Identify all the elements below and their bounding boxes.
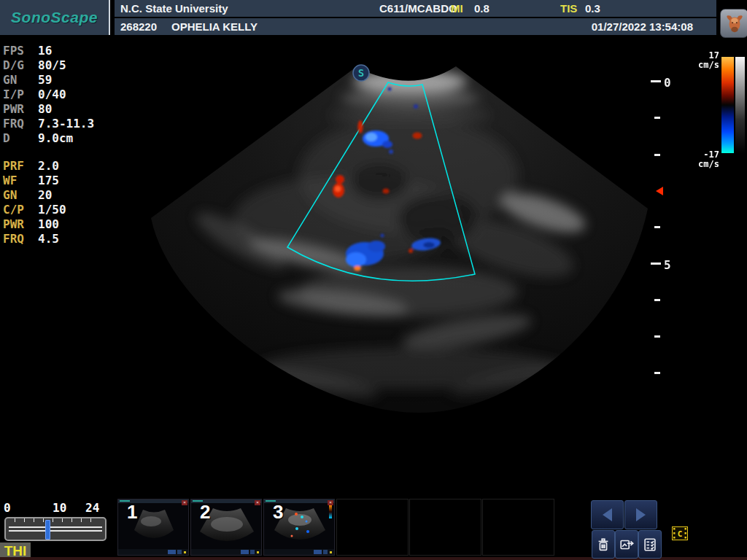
param-row: FRQ4.5 xyxy=(3,232,112,246)
cine-tick-label: 24 xyxy=(85,501,99,515)
svg-text:cm/s: cm/s xyxy=(698,159,719,169)
param-row: D/G80/5 xyxy=(3,58,112,73)
thumbnail-3[interactable]: 3 × xyxy=(263,499,335,556)
param-row: PRF2.0 xyxy=(3,159,112,174)
worklist-button[interactable] xyxy=(638,530,662,559)
patient-id: 268220 xyxy=(120,20,157,33)
svg-text:S: S xyxy=(358,67,364,79)
institution-name: N.C. State University xyxy=(120,2,228,15)
svg-text:cm/s: cm/s xyxy=(698,60,719,70)
mi-label: MI xyxy=(451,2,463,15)
param-row: WF175 xyxy=(3,174,112,188)
svg-text:5: 5 xyxy=(664,258,671,272)
thumbnail-close-icon[interactable]: × xyxy=(255,500,260,505)
orientation-marker: S xyxy=(353,65,369,81)
param-row: GN59 xyxy=(3,73,112,88)
svg-text:C: C xyxy=(678,529,683,539)
header-row-1: N.C. State University C611/MCABDO MI 0.8… xyxy=(115,0,716,17)
param-row: PWR80 xyxy=(3,102,112,117)
arrow-left-icon xyxy=(603,508,612,521)
param-row: PWR100 xyxy=(3,217,112,232)
thumbnail-2[interactable]: 2 × xyxy=(190,499,262,556)
trash-icon xyxy=(595,536,611,553)
exam-datetime: 01/27/2022 13:54:08 xyxy=(592,20,693,33)
svg-text:-17: -17 xyxy=(703,149,719,160)
bmode-parameters: FPS16 D/G80/5 GN59 I/P0/40 PWR80 FRQ7.3-… xyxy=(3,44,112,146)
color-scale-bar: 17 cm/s -17 cm/s xyxy=(698,50,745,169)
cine-clip-marker: C xyxy=(672,526,688,540)
focus-marker-icon[interactable] xyxy=(656,187,663,195)
thumbnail-1[interactable]: 1 × xyxy=(117,499,189,556)
logo-panel: SonoScape xyxy=(0,0,110,35)
thumbnail-empty-slot xyxy=(336,499,409,556)
tis-label: TIS xyxy=(560,2,577,15)
probe-preset: C611/MCABDO xyxy=(379,2,457,15)
next-page-button[interactable] xyxy=(624,500,657,529)
cine-tick-label: 0 xyxy=(4,501,11,515)
param-row: GN20 xyxy=(3,188,112,203)
arrow-right-icon xyxy=(636,508,646,521)
thumbnail-close-icon[interactable]: × xyxy=(328,500,333,505)
thumbnail-number: 3 xyxy=(273,501,283,524)
depth-ruler: 0 5 xyxy=(651,76,671,374)
thumbnail-close-icon[interactable]: × xyxy=(182,500,187,505)
color-doppler-parameters: PRF2.0 WF175 GN20 C/P1/50 PWR100 FRQ4.5 xyxy=(3,159,112,246)
checklist-icon xyxy=(642,536,658,553)
svg-text:17: 17 xyxy=(709,50,719,61)
thumbnail-number: 1 xyxy=(127,501,137,524)
thumbnail-number: 2 xyxy=(200,501,210,524)
thumbnail-empty-slot xyxy=(409,499,481,556)
param-row: D9.0cm xyxy=(3,131,112,146)
thumbnail-empty-slot xyxy=(482,499,554,556)
delete-button[interactable] xyxy=(592,530,615,559)
export-icon xyxy=(619,536,635,553)
export-image-button[interactable] xyxy=(615,530,638,559)
bmode-fan xyxy=(151,66,648,413)
bovine-head-icon xyxy=(724,12,746,35)
animal-preset-button[interactable] xyxy=(720,9,747,38)
ultrasound-screen: S 0 5 17 cm/s -17 cm/s xyxy=(0,0,747,560)
sonoscape-logo: SonoScape xyxy=(11,9,98,26)
previous-page-button[interactable] xyxy=(591,500,624,529)
param-row: FPS16 xyxy=(3,44,112,58)
gray-scale-bar xyxy=(735,57,745,153)
param-row: I/P0/40 xyxy=(3,88,112,102)
tis-value: 0.3 xyxy=(585,2,600,15)
param-row: FRQ7.3-11.3 xyxy=(3,117,112,131)
patient-name: OPHELIA KELLY xyxy=(171,20,258,33)
mi-value: 0.8 xyxy=(474,2,489,15)
svg-text:0: 0 xyxy=(664,76,671,90)
cine-scrubber[interactable] xyxy=(4,517,107,541)
cine-position-handle[interactable] xyxy=(45,520,50,540)
cine-tick-label: 10 xyxy=(53,501,66,515)
header-row-2: 268220 OPHELIA KELLY 01/27/2022 13:54:08 xyxy=(115,18,716,35)
param-row: C/P1/50 xyxy=(3,203,112,217)
